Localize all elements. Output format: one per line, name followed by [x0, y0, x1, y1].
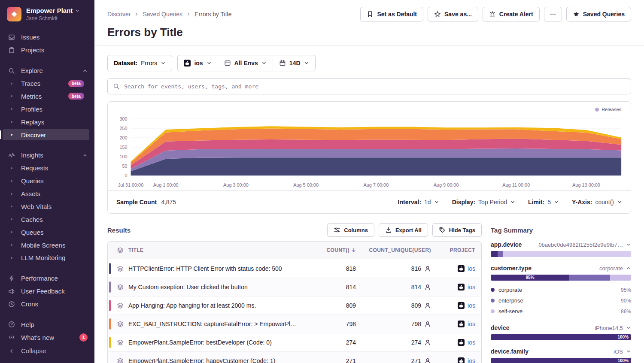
row-title[interactable]: EXC_BAD_INSTRUCTION: captureFatalError: …: [128, 321, 305, 327]
svg-text:Aug 3 00:00: Aug 3 00:00: [223, 182, 249, 188]
breadcrumb-discover[interactable]: Discover: [107, 11, 131, 18]
project-link[interactable]: ios: [468, 265, 475, 272]
table-row[interactable]: My Custom exeption: User clicked the but…: [108, 278, 481, 296]
sidebar-item-help[interactable]: Help: [0, 318, 94, 331]
project-link[interactable]: ios: [468, 321, 475, 327]
sidebar-section-explore[interactable]: Explore: [0, 64, 94, 77]
row-project[interactable]: ios: [432, 321, 481, 327]
sidebar-item-mobile-screens[interactable]: Mobile Screens: [0, 239, 94, 251]
tag-section-header[interactable]: deviceiPhone14,5: [491, 324, 631, 331]
tag-selected-value: iPhone14,5: [595, 325, 623, 331]
table-row[interactable]: EmpowerPlant.SampleError: bestDeveloper …: [108, 333, 481, 351]
column-header-project[interactable]: PROJECT: [432, 247, 481, 253]
tag-bar-segment: [610, 275, 631, 281]
hide-tags-button[interactable]: Hide Tags: [432, 223, 482, 237]
layers-icon: [112, 339, 128, 346]
tag-value-row[interactable]: self-serve86%: [491, 306, 631, 317]
sidebar-item-replays[interactable]: Replays: [0, 115, 94, 128]
project-link[interactable]: ios: [468, 302, 475, 309]
column-header-count-unique[interactable]: COUNT_UNIQUE(USER): [357, 247, 432, 253]
yaxis-selector[interactable]: Y-Axis: count(): [572, 199, 622, 206]
row-title[interactable]: App Hanging: App hanging for at least 20…: [128, 302, 305, 309]
table-row[interactable]: App Hanging: App hanging for at least 20…: [108, 296, 481, 315]
sidebar-item-label: User Feedback: [21, 287, 65, 295]
display-selector[interactable]: Display: Top Period: [452, 199, 515, 206]
limit-selector[interactable]: Limit: 5: [528, 199, 559, 206]
sidebar-section-insights[interactable]: Insights: [0, 149, 94, 162]
org-switcher[interactable]: Empower Plant Jane Schmidt: [0, 6, 94, 22]
columns-button[interactable]: Columns: [327, 223, 374, 237]
page-header: Discover Saved Queries Errors by Title S…: [94, 0, 644, 45]
sidebar-item-performance[interactable]: Performance: [0, 272, 94, 285]
tag-section-header[interactable]: device.familyiOS: [491, 348, 631, 355]
row-title[interactable]: EmpowerPlant.SampleError: bestDeveloper …: [128, 339, 305, 346]
sidebar-item-whats-new[interactable]: What's new 1: [0, 331, 94, 344]
sidebar-item-traces[interactable]: Traces beta: [0, 77, 94, 90]
row-project[interactable]: ios: [432, 284, 481, 290]
sidebar-item-requests[interactable]: Requests: [0, 162, 94, 175]
create-alert-button[interactable]: Create Alert: [483, 7, 540, 21]
set-as-default-button[interactable]: Set as Default: [360, 7, 423, 21]
environment-selector[interactable]: All Envs: [218, 55, 273, 71]
sidebar-item-label: Projects: [21, 46, 44, 54]
limit-label: Limit:: [528, 199, 544, 206]
more-options-button[interactable]: [544, 7, 562, 21]
button-label: Set as Default: [377, 11, 417, 18]
date-range-value: 14D: [289, 60, 301, 67]
sidebar-collapse-button[interactable]: Collapse: [0, 344, 94, 358]
row-title[interactable]: EmpowerPlant.SampleError: happyCustomer …: [128, 357, 305, 363]
tag-section-header[interactable]: app.device0baebc0de4982f1255f2e9e9fb7…: [491, 241, 631, 248]
save-as-button[interactable]: Save as...: [428, 7, 478, 21]
sidebar-item-queries[interactable]: Queries: [0, 175, 94, 188]
sidebar: Empower Plant Jane Schmidt Issues Projec…: [0, 0, 94, 363]
row-project[interactable]: ios: [432, 265, 481, 272]
tag-value-dot: [491, 288, 495, 292]
search-input[interactable]: [124, 83, 626, 90]
row-count: 814: [305, 284, 357, 290]
table-row[interactable]: EXC_BAD_INSTRUCTION: captureFatalError: …: [108, 315, 481, 333]
tag-key: device.family: [491, 348, 529, 355]
tag-section-header[interactable]: customer.typecorporate: [491, 265, 631, 272]
saved-queries-button[interactable]: Saved Queries: [566, 7, 631, 21]
tag-bar-segment: 95%: [491, 275, 569, 281]
row-title[interactable]: HTTPClientError: HTTP Client Error with …: [128, 265, 305, 272]
sidebar-item-user-feedback[interactable]: User Feedback: [0, 285, 94, 298]
sidebar-item-profiles[interactable]: Profiles: [0, 103, 94, 115]
row-project[interactable]: ios: [432, 339, 481, 346]
row-project[interactable]: ios: [432, 357, 481, 363]
tag-key: customer.type: [491, 265, 532, 272]
date-range-selector[interactable]: 14D: [273, 55, 315, 71]
environment-icon: [224, 60, 231, 67]
tag-value-row[interactable]: corporate95%: [491, 284, 631, 295]
project-link[interactable]: ios: [468, 284, 475, 290]
export-all-button[interactable]: Export All: [379, 223, 428, 237]
sidebar-item-assets[interactable]: Assets: [0, 188, 94, 200]
table-row[interactable]: HTTPClientError: HTTP Client Error with …: [108, 259, 481, 278]
sidebar-item-web-vitals[interactable]: Web Vitals: [0, 200, 94, 213]
tag-value-row[interactable]: enterprise90%: [491, 295, 631, 306]
sidebar-item-projects[interactable]: Projects: [0, 44, 94, 57]
sidebar-item-issues[interactable]: Issues: [0, 31, 94, 44]
sidebar-item-llm-monitoring[interactable]: LLM Monitoring: [0, 251, 94, 264]
row-project[interactable]: ios: [432, 302, 481, 309]
sidebar-item-metrics[interactable]: Metrics beta: [0, 90, 94, 103]
column-header-title[interactable]: TITLE: [128, 247, 305, 253]
releases-legend[interactable]: Releases: [595, 107, 621, 112]
project-link[interactable]: ios: [468, 357, 475, 363]
sidebar-item-discover[interactable]: Discover: [0, 128, 94, 141]
org-name: Empower Plant: [26, 7, 73, 14]
row-title[interactable]: My Custom exeption: User clicked the but…: [128, 284, 305, 290]
tag-section: device.familyiOS100%: [491, 348, 631, 363]
project-value: ios: [194, 60, 203, 67]
sidebar-item-queues[interactable]: Queues: [0, 226, 94, 239]
sidebar-item-caches[interactable]: Caches: [0, 213, 94, 226]
project-link[interactable]: ios: [468, 339, 475, 346]
interval-selector[interactable]: Interval: 1d: [398, 199, 439, 206]
table-row[interactable]: EmpowerPlant.SampleError: happyCustomer …: [108, 351, 481, 363]
column-header-count[interactable]: COUNT(): [305, 247, 357, 253]
project-selector[interactable]: ios: [178, 55, 217, 71]
sidebar-item-crons[interactable]: Crons: [0, 298, 94, 311]
tag-section: deviceiPhone14,5100%: [491, 324, 631, 340]
dataset-selector[interactable]: Dataset: Errors: [107, 55, 172, 71]
breadcrumb-saved-queries[interactable]: Saved Queries: [143, 11, 182, 18]
